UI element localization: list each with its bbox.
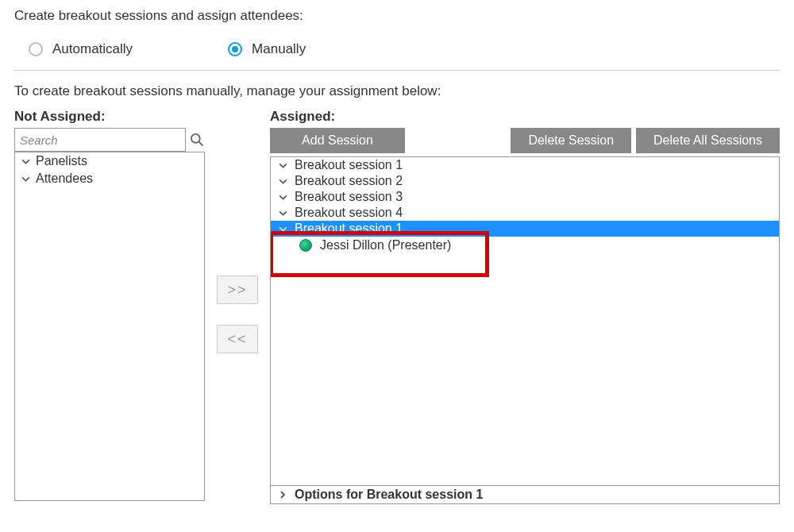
svg-line-1 [199,142,203,146]
session-label: Breakout session 2 [295,174,403,188]
move-right-button[interactable]: >> [217,276,258,304]
radio-dot-icon [232,46,238,52]
chevron-down-icon [20,175,31,183]
radio-auto-label: Automatically [52,41,133,57]
session-item[interactable]: Breakout session 1 [271,157,779,173]
presence-icon [299,239,312,252]
chevron-down-icon [277,177,288,186]
session-label: Breakout session 4 [295,206,403,220]
instruction-text: To create breakout sessions manually, ma… [14,83,780,99]
delete-all-sessions-button[interactable]: Delete All Sessions [636,128,780,153]
radio-automatically[interactable]: Automatically [29,41,133,57]
search-icon[interactable] [189,132,205,148]
svg-point-0 [191,134,200,143]
chevron-down-icon [277,193,288,202]
chevron-down-icon [277,161,288,170]
attendee-name: Jessi Dillon (Presenter) [320,238,451,253]
chevron-down-icon [20,157,31,166]
options-bar[interactable]: Options for Breakout session 1 [271,485,779,503]
radio-manually[interactable]: Manually [228,41,306,57]
session-item[interactable]: Breakout session 3 [271,189,779,205]
session-item[interactable]: Breakout session 2 [271,173,779,189]
divider [14,70,780,71]
group-attendees-label: Attendees [36,172,93,186]
session-label: Breakout session 1 [295,222,403,236]
move-left-button[interactable]: << [217,325,258,353]
chevron-down-icon [277,209,288,218]
mode-radio-group: Automatically Manually [14,41,780,57]
chevron-right-icon [277,491,288,499]
add-session-button[interactable]: Add Session [270,128,405,153]
assigned-panel: Breakout session 1 Breakout session 2 Br… [270,156,780,504]
not-assigned-label: Not Assigned: [14,109,205,125]
group-panelists[interactable]: Panelists [15,152,204,170]
search-input[interactable] [14,128,186,152]
radio-circle-icon [29,42,43,56]
radio-circle-selected-icon [228,42,242,56]
not-assigned-panel: Panelists Attendees [14,152,205,501]
attendee-item[interactable]: Jessi Dillon (Presenter) [271,237,779,254]
delete-session-button[interactable]: Delete Session [511,128,631,153]
chevron-down-icon [277,225,288,233]
session-label: Breakout session 1 [295,158,403,172]
options-label: Options for Breakout session 1 [295,488,483,502]
group-panelists-label: Panelists [36,154,87,168]
page-title: Create breakout sessions and assign atte… [14,8,780,24]
group-attendees[interactable]: Attendees [15,170,204,187]
session-label: Breakout session 3 [295,190,403,204]
session-item-selected[interactable]: Breakout session 1 [271,221,779,237]
radio-manual-label: Manually [252,41,306,57]
session-item[interactable]: Breakout session 4 [271,205,779,221]
assigned-label: Assigned: [270,109,780,125]
